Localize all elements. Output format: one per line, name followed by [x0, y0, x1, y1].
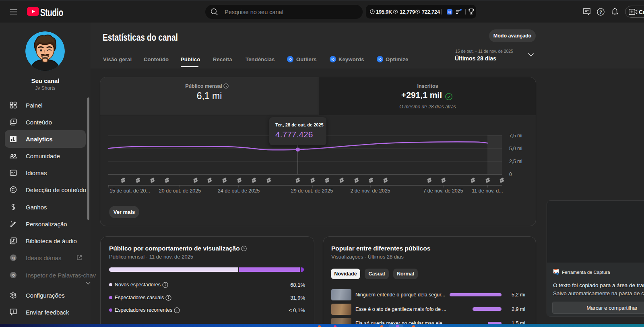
svg-text:IQ: IQ — [378, 58, 382, 61]
svg-text:IQ: IQ — [12, 274, 15, 277]
svg-text:15 de out. de 20...: 15 de out. de 20... — [109, 188, 150, 194]
svg-text:IQ: IQ — [12, 257, 15, 260]
svg-text:5,0 mi: 5,0 mi — [509, 146, 522, 151]
svg-text:7,5 mi: 7,5 mi — [509, 133, 522, 139]
svg-text:?: ? — [599, 10, 602, 14]
svg-text:20 de out. de 2025: 20 de out. de 2025 — [159, 188, 201, 194]
svg-text:11 de nov. d...: 11 de nov. d... — [472, 188, 503, 194]
svg-text:0: 0 — [509, 172, 512, 177]
svg-text:7 de nov. de 2025: 7 de nov. de 2025 — [423, 188, 463, 194]
svg-text:24 de out. de 2025: 24 de out. de 2025 — [218, 188, 260, 194]
svg-text:IQ: IQ — [289, 58, 292, 61]
svg-text:29 de out. de 2025: 29 de out. de 2025 — [291, 188, 333, 194]
svg-text:2,5 mi: 2,5 mi — [509, 159, 522, 164]
svg-text:2 de nov. de 2025: 2 de nov. de 2025 — [350, 188, 390, 194]
svg-text:IQ: IQ — [331, 58, 334, 61]
